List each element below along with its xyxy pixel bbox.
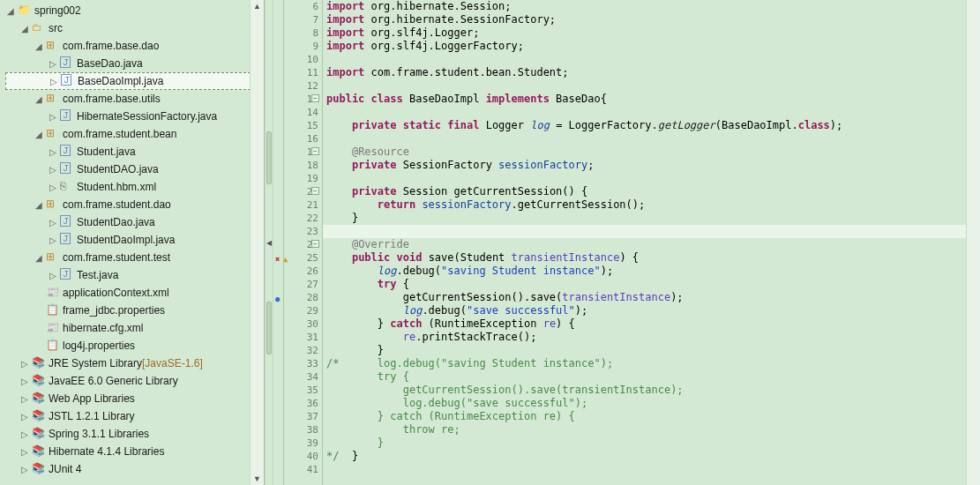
code-line[interactable]: throw re; bbox=[323, 423, 966, 436]
gutter-line[interactable]: 10 bbox=[284, 53, 318, 66]
tree-file[interactable]: 📰applicationContext.xml bbox=[5, 284, 264, 302]
tree-library[interactable]: ▷📚Spring 3.1.1 Libraries bbox=[5, 425, 264, 443]
code-line[interactable]: } bbox=[323, 344, 966, 357]
gutter-line[interactable]: 24− bbox=[284, 238, 318, 251]
gutter-line[interactable]: 37 bbox=[284, 410, 318, 423]
code-line[interactable]: } catch (RuntimeException re) { bbox=[323, 317, 966, 331]
expand-toggle[interactable]: ◢ bbox=[5, 6, 16, 16]
gutter-line[interactable]: 30 bbox=[284, 317, 318, 331]
tree-library[interactable]: ▷📚JRE System Library [JavaSE-1.6] bbox=[5, 354, 264, 372]
code-line[interactable]: getCurrentSession().save(transientInstan… bbox=[323, 291, 966, 304]
gutter-line[interactable]: 23 bbox=[284, 225, 318, 238]
gutter-line[interactable]: 31 bbox=[284, 331, 318, 344]
code-line[interactable]: import com.frame.student.bean.Student; bbox=[323, 66, 966, 79]
code-line[interactable]: import org.slf4j.Logger; bbox=[323, 26, 966, 40]
tree-file[interactable]: ▷🄹Test.java bbox=[5, 266, 264, 284]
fold-toggle[interactable]: − bbox=[311, 94, 319, 102]
expand-toggle[interactable]: ▷ bbox=[48, 235, 58, 245]
code-line[interactable]: private Session getCurrentSession() { bbox=[323, 185, 966, 198]
code-line[interactable]: @Override bbox=[323, 238, 966, 251]
code-line[interactable]: private SessionFactory sessionFactory; bbox=[323, 159, 966, 172]
gutter-line[interactable]: 6 bbox=[284, 0, 318, 13]
gutter-line[interactable]: 29 bbox=[284, 304, 318, 317]
error-icon[interactable]: ✖ bbox=[275, 253, 280, 266]
tree-file[interactable]: ▷🄹StudentDAO.java bbox=[5, 160, 264, 178]
code-line[interactable]: log.debug("save successful"); bbox=[323, 397, 966, 410]
gutter-line[interactable]: 21 bbox=[284, 198, 318, 212]
code-line[interactable]: public class BaseDaoImpl implements Base… bbox=[323, 93, 966, 106]
expand-toggle[interactable]: ▷ bbox=[48, 271, 58, 280]
code-line[interactable]: import org.hibernate.SessionFactory; bbox=[323, 13, 966, 26]
code-line[interactable]: /* log.debug("saving Student instance"); bbox=[323, 357, 966, 370]
code-line[interactable]: try { bbox=[323, 370, 966, 384]
expand-toggle[interactable]: ▷ bbox=[48, 183, 58, 192]
tree-library[interactable]: ▷📚JUnit 4 bbox=[5, 460, 264, 478]
expand-toggle[interactable]: ◢ bbox=[34, 130, 44, 139]
code-line[interactable]: import org.hibernate.Session; bbox=[323, 0, 966, 13]
expand-toggle[interactable]: ◢ bbox=[19, 24, 30, 34]
code-line[interactable]: } bbox=[323, 212, 966, 225]
expand-toggle[interactable]: ▷ bbox=[49, 77, 59, 86]
gutter-line[interactable]: 19 bbox=[284, 172, 318, 185]
expand-toggle[interactable]: ▷ bbox=[19, 377, 30, 386]
gutter-line[interactable]: 11 bbox=[284, 66, 318, 79]
gutter-line[interactable]: ✖▲25 bbox=[284, 251, 318, 265]
gutter-line[interactable]: 27 bbox=[284, 278, 318, 291]
expand-toggle[interactable]: ▷ bbox=[19, 359, 30, 369]
code-line[interactable]: private static final Logger log = Logger… bbox=[323, 119, 966, 132]
code-line[interactable] bbox=[323, 172, 966, 185]
gutter-line[interactable]: 32 bbox=[284, 344, 318, 357]
tree-file[interactable]: ▷🄹Student.java bbox=[5, 143, 264, 160]
tree-library[interactable]: ▷📚JavaEE 6.0 Generic Library bbox=[5, 372, 264, 390]
tree-library[interactable]: ▷📚Web App Libraries bbox=[5, 390, 264, 407]
gutter-line[interactable]: 35 bbox=[284, 384, 318, 397]
tree-project[interactable]: ◢ 📁 spring002 bbox=[5, 2, 264, 19]
gutter-line[interactable]: 15 bbox=[284, 119, 318, 132]
editor-code-area[interactable]: import org.hibernate.Session;import org.… bbox=[323, 0, 966, 485]
gutter-line[interactable]: 22 bbox=[284, 212, 318, 225]
divider-arrow-left[interactable]: ◀ bbox=[266, 239, 272, 247]
gutter-line[interactable]: 38 bbox=[284, 423, 318, 436]
gutter-line[interactable]: 20− bbox=[284, 185, 318, 198]
code-line[interactable]: @Resource bbox=[323, 146, 966, 159]
divider-handle[interactable] bbox=[266, 302, 272, 354]
tree-file[interactable]: 📋log4j.properties bbox=[5, 337, 264, 354]
expand-toggle[interactable]: ◢ bbox=[34, 253, 44, 263]
code-line[interactable]: return sessionFactory.getCurrentSession(… bbox=[323, 198, 966, 212]
code-line[interactable] bbox=[323, 132, 966, 146]
gutter-line[interactable]: 13− bbox=[284, 93, 318, 106]
expand-toggle[interactable]: ▷ bbox=[48, 59, 58, 69]
tree-file[interactable]: ▷🄹BaseDaoImpl.java bbox=[5, 72, 264, 90]
gutter-line[interactable]: 41 bbox=[284, 463, 318, 476]
split-divider[interactable]: ◀ bbox=[265, 0, 273, 485]
code-line[interactable]: log.debug("save successful"); bbox=[323, 304, 966, 317]
tree-library[interactable]: ▷📚Hibernate 4.1.4 Libraries bbox=[5, 443, 264, 460]
expand-toggle[interactable]: ◢ bbox=[34, 41, 44, 51]
explorer-scrollbar[interactable]: ▲ ▼ bbox=[250, 0, 264, 485]
gutter-line[interactable]: 18 bbox=[284, 159, 318, 172]
gutter-line[interactable]: 14 bbox=[284, 106, 318, 119]
expand-toggle[interactable]: ▷ bbox=[19, 394, 30, 404]
divider-handle[interactable] bbox=[266, 131, 272, 184]
gutter-line[interactable]: 33 bbox=[284, 357, 318, 370]
tree-src-folder[interactable]: ◢ 🗀 src bbox=[5, 19, 264, 37]
fold-toggle[interactable]: − bbox=[311, 147, 319, 155]
tree-package[interactable]: ◢⊞com.frame.student.bean bbox=[5, 125, 264, 143]
fold-toggle[interactable]: − bbox=[311, 187, 319, 195]
gutter-line[interactable]: 9 bbox=[284, 40, 318, 53]
editor-scrollbar[interactable] bbox=[966, 0, 980, 485]
gutter-line[interactable]: 12 bbox=[284, 79, 318, 93]
expand-toggle[interactable]: ▷ bbox=[48, 112, 58, 122]
gutter-line[interactable]: 26 bbox=[284, 265, 318, 278]
code-line[interactable]: log.debug("saving Student instance"); bbox=[323, 265, 966, 278]
code-editor[interactable]: 678910111213−14151617−181920−21222324−✖▲… bbox=[273, 0, 980, 485]
code-line[interactable]: try { bbox=[323, 278, 966, 291]
gutter-line[interactable]: 34 bbox=[284, 370, 318, 384]
tree-file[interactable]: ▷⎘Student.hbm.xml bbox=[5, 178, 264, 196]
code-line[interactable] bbox=[323, 106, 966, 119]
expand-toggle[interactable]: ▷ bbox=[19, 412, 30, 422]
code-line[interactable] bbox=[323, 225, 966, 238]
code-line[interactable] bbox=[323, 53, 966, 66]
tree-file[interactable]: ▷🄹BaseDao.java bbox=[5, 55, 264, 72]
tree-file[interactable]: ▷🄹StudentDao.java bbox=[5, 213, 264, 231]
